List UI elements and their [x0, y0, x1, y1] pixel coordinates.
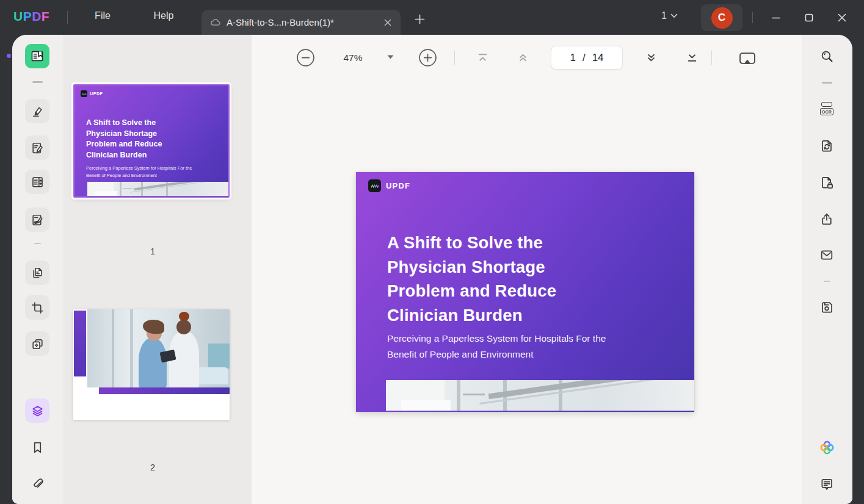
- sidebar-divider: [32, 81, 43, 83]
- watermark-icon: [31, 337, 45, 351]
- bookmark-icon: [31, 441, 45, 455]
- updf-logo-text: UPDF: [386, 181, 410, 190]
- menu-file[interactable]: File: [84, 10, 121, 21]
- thumb2-accent-bar: [74, 311, 86, 376]
- ai-assistant-button[interactable]: [815, 435, 839, 459]
- view-toolbar: 47% 1 / 14: [252, 35, 802, 77]
- comment-tool-button[interactable]: [25, 99, 49, 123]
- document-subtitle: Perceiving a Paperless System for Hospit…: [387, 331, 634, 362]
- zoom-out-button[interactable]: [296, 48, 315, 67]
- page-2-label: 2: [73, 463, 232, 472]
- crop-icon: [31, 301, 45, 315]
- page-thumbnails-button[interactable]: [25, 398, 49, 423]
- search-icon: [819, 49, 834, 63]
- convert-button[interactable]: [815, 134, 839, 158]
- attachments-button[interactable]: [25, 472, 49, 496]
- right-toolbar: OCR: [802, 35, 852, 504]
- page-1-label: 1: [73, 247, 232, 256]
- save-button[interactable]: [815, 295, 839, 319]
- presentation-mode-button[interactable]: [738, 51, 757, 66]
- close-button[interactable]: [833, 9, 851, 27]
- previous-page-button[interactable]: [516, 51, 530, 65]
- protect-button[interactable]: [815, 170, 839, 195]
- reader-book-icon: [30, 49, 45, 63]
- left-toolbar: [12, 35, 63, 504]
- share-button[interactable]: [815, 207, 839, 231]
- page-tools-button[interactable]: [25, 261, 49, 285]
- total-pages: 14: [592, 52, 604, 64]
- edit-document-icon: [31, 141, 45, 155]
- tab-close-icon[interactable]: [382, 17, 393, 28]
- current-page: 1: [570, 52, 575, 64]
- updf-slide-logo: UPDF: [81, 90, 103, 97]
- crop-tool-button[interactable]: [25, 295, 49, 320]
- email-icon: [819, 248, 834, 262]
- app-window: UPDF A Shift to Solve the Physician Shor…: [12, 35, 852, 504]
- maximize-button[interactable]: [800, 9, 818, 27]
- layers-icon: [31, 404, 45, 418]
- first-page-button[interactable]: [476, 51, 490, 65]
- titlebar: UPDF File Help A-Shift-to-S...n-Burden(1…: [0, 0, 864, 35]
- zoom-level[interactable]: 47%: [338, 52, 368, 63]
- edit-pdf-button[interactable]: [25, 135, 49, 160]
- page-thumbnail-2[interactable]: [73, 309, 230, 420]
- brand-letter: F: [42, 9, 49, 23]
- search-button[interactable]: [815, 44, 839, 68]
- toolbar-divider: [711, 51, 712, 65]
- updf-app: { "colors": { "titlebar_bg": "#323336", …: [0, 0, 864, 504]
- new-tab-button[interactable]: [413, 12, 426, 26]
- zoom-dropdown-caret[interactable]: [387, 55, 394, 59]
- updf-logo-mark: [81, 90, 87, 97]
- sidebar-divider: [34, 243, 41, 244]
- chevron-down-icon: [670, 13, 678, 18]
- document-photo-strip: [386, 380, 694, 411]
- zoom-in-button[interactable]: [418, 48, 437, 67]
- document-viewer: 47% 1 / 14: [252, 35, 802, 504]
- updf-slide-logo: UPDF: [368, 179, 410, 192]
- document-tab[interactable]: A-Shift-to-S...n-Burden(1)*: [201, 10, 401, 35]
- page-separator: /: [583, 52, 586, 64]
- pdf-page[interactable]: UPDF A Shift to Solve the Physician Shor…: [356, 172, 694, 412]
- updf-logo-mark: [368, 179, 381, 192]
- next-page-button[interactable]: [644, 51, 658, 65]
- cloud-icon: [209, 16, 221, 29]
- document-title: A Shift to Solve the Physician Shortage …: [387, 231, 590, 327]
- ocr-button[interactable]: OCR: [815, 96, 839, 121]
- updf-logo-text: UPDF: [90, 92, 103, 96]
- brand-letter: U: [13, 9, 23, 23]
- protect-lock-icon: [819, 175, 834, 190]
- convert-document-icon: [819, 139, 834, 153]
- tab-title: A-Shift-to-S...n-Burden(1)*: [227, 17, 377, 27]
- page-thumbnail-1[interactable]: UPDF A Shift to Solve the Physician Shor…: [73, 84, 230, 198]
- reader-mode-button[interactable]: [25, 44, 49, 68]
- organize-pages-button[interactable]: [25, 170, 49, 194]
- save-floppy-icon: [819, 300, 834, 314]
- ocr-icon: OCR: [819, 101, 834, 116]
- pages-icon: [31, 266, 45, 280]
- brand-letter: D: [32, 9, 42, 23]
- page-number-box[interactable]: 1 / 14: [551, 46, 623, 70]
- window-count-dropdown[interactable]: 1: [661, 10, 678, 21]
- avatar: C: [711, 7, 733, 29]
- minimize-button[interactable]: [767, 9, 785, 27]
- thumb2-photo: [87, 309, 230, 387]
- ai-clover-icon: [819, 439, 835, 456]
- window-count-value: 1: [661, 10, 667, 21]
- brand-letter: P: [23, 9, 32, 23]
- feedback-bubble-icon: [819, 477, 834, 491]
- bookmarks-button[interactable]: [25, 435, 49, 459]
- account-button[interactable]: C: [701, 4, 742, 31]
- sidebar-divider: [824, 281, 830, 282]
- menu-help[interactable]: Help: [145, 10, 182, 21]
- thumb-photo-strip: [87, 182, 228, 196]
- ocr-label: OCR: [822, 110, 832, 114]
- share-icon: [819, 212, 834, 226]
- feedback-button[interactable]: [815, 472, 839, 496]
- last-page-button[interactable]: [685, 51, 699, 65]
- watermark-button[interactable]: [25, 331, 49, 356]
- panel-indicator-dot: [7, 54, 11, 58]
- paperclip-icon: [31, 477, 45, 491]
- fill-sign-button[interactable]: [25, 207, 49, 232]
- thumb2-accent-strip: [99, 387, 230, 394]
- email-button[interactable]: [815, 243, 839, 267]
